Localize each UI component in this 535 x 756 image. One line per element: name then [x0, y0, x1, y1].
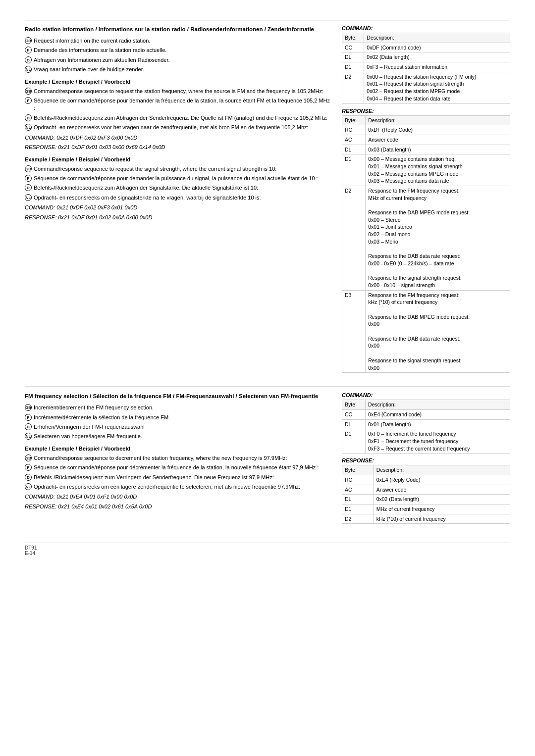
- flag-text: Abfragen von Informationen zum aktuellen…: [34, 56, 170, 64]
- flag-d: D: [25, 423, 32, 430]
- flag-text: Increment/decrement the FM frequency sel…: [34, 404, 154, 411]
- section-title-1: Radio station information / Informations…: [25, 25, 332, 33]
- flags-list-2: GB Increment/decrement the FM frequency …: [25, 404, 332, 441]
- flag-gb: GB: [25, 165, 32, 172]
- table-row: D20x00 – Request the station frequency (…: [342, 72, 510, 103]
- flag-text: Incrémente/décrémente la sélection de la…: [34, 414, 170, 421]
- table-cell: D2: [342, 72, 364, 103]
- table-row: RC0xE4 (Reply Code): [342, 475, 510, 485]
- response-table-1: Byte:Description: RC0xDF (Reply Code) AC…: [342, 115, 510, 373]
- flag-f: F: [25, 414, 32, 421]
- table-cell: 0x00 – Message contains station freq.0x0…: [366, 154, 510, 186]
- flag-item: D Abfragen von Informationen zum aktuell…: [25, 56, 332, 64]
- table-cell: RC: [342, 475, 374, 485]
- flag-item: NL Opdracht- en responsreeks om de signa…: [25, 194, 332, 202]
- flag-text: Selecteren van hogere/lagere FM-frequent…: [34, 433, 142, 440]
- example-flags-1-1: GB Command/response sequence to request …: [25, 88, 332, 132]
- table-cell: RC: [342, 125, 366, 135]
- left-col-2: FM frequency selection / Sélection de la…: [25, 392, 332, 528]
- section-title-2: FM frequency selection / Sélection de la…: [25, 392, 332, 400]
- flag-item: D Befehls-/Rückmeldesequenz zum Abfragen…: [25, 184, 332, 192]
- table-cell: Description:: [374, 465, 510, 475]
- command-line-1: COMMAND: 0x21 0xDF 0x02 0xF3 0x00 0x0D: [25, 134, 332, 142]
- flag-text: Séquence de commande/réponse pour décrém…: [34, 464, 319, 471]
- table-cell: D2: [342, 186, 366, 291]
- table-row: DL0x01 (Data length): [342, 419, 510, 429]
- section-radio-station-info: Radio station information / Informations…: [25, 20, 510, 377]
- table-cell: D2: [342, 514, 374, 524]
- example-title-1-2: Example / Exemple / Beispiel / Voorbeeld: [25, 156, 332, 162]
- table-cell: Description:: [366, 115, 510, 125]
- flag-gb: GB: [25, 404, 32, 411]
- table-cell: D1: [342, 154, 366, 186]
- flag-text: Befehls-/Rückmeldesequenz zum Abfragen d…: [34, 114, 327, 122]
- footer: DT91 E-14: [25, 538, 510, 556]
- table-cell: CC: [342, 43, 364, 52]
- flag-item: GB Increment/decrement the FM frequency …: [25, 404, 332, 411]
- flag-text: Opdracht- en responsreeks om de signaals…: [34, 194, 261, 202]
- flag-f: F: [25, 47, 32, 53]
- flag-item: GB Command/response sequence to decremen…: [25, 454, 332, 462]
- flag-f: F: [25, 97, 32, 104]
- table-cell: 0x02 (Data length): [364, 52, 510, 62]
- table-row: RC0xDF (Reply Code): [342, 125, 510, 135]
- flags-list-1: GB Request information on the current ra…: [25, 37, 332, 74]
- table-row: DL0x02 (Data length): [342, 52, 510, 62]
- left-col-1: Radio station information / Informations…: [25, 25, 332, 377]
- table-cell: 0xF3 – Request station information: [364, 62, 510, 72]
- table-cell: Description:: [366, 400, 510, 410]
- example-flags-2-1: GB Command/response sequence to decremen…: [25, 454, 332, 491]
- table-row: D1MHz of current frequency: [342, 504, 510, 514]
- flag-item: NL Selecteren van hogere/lagere FM-frequ…: [25, 433, 332, 440]
- table-row: Byte:Description:: [342, 400, 510, 410]
- table-cell: 0xF0 – Increment the tuned frequency0xF1…: [366, 429, 510, 454]
- example-flags-1-2: GB Command/response sequence to request …: [25, 165, 332, 202]
- flag-item: F Incrémente/décrémente la sélection de …: [25, 414, 332, 421]
- flag-nl: NL: [25, 124, 32, 131]
- table-cell: MHz of current frequency: [374, 504, 510, 514]
- table-cell: Byte:: [342, 115, 366, 125]
- table-cell: 0x01 (Data length): [366, 419, 510, 429]
- table-cell: kHz (*10) of current frequency: [374, 514, 510, 524]
- flag-text: Demande des informations sur la station …: [34, 47, 166, 54]
- flag-nl: NL: [25, 483, 32, 490]
- flag-gb: GB: [25, 454, 32, 461]
- flag-item: D Befehls-/Rückmeldesequenz zum Abfragen…: [25, 114, 332, 122]
- command-table-label-2: COMMAND:: [342, 392, 510, 398]
- table-row: Byte:Description:: [342, 33, 510, 43]
- table-cell: D1: [342, 62, 364, 72]
- right-col-1: COMMAND: Byte:Description: CC0xDF (Comma…: [342, 25, 510, 377]
- flag-nl: NL: [25, 433, 32, 440]
- flag-item: F Séquence de commande/réponse pour décr…: [25, 464, 332, 471]
- flag-item: F Séquence de commande/réponse pour dema…: [25, 97, 332, 112]
- table-cell: 0x02 (Data length): [374, 495, 510, 504]
- table-cell: Answer code: [374, 485, 510, 495]
- table-cell: DL: [342, 145, 366, 154]
- flag-d: D: [25, 114, 32, 121]
- flag-item: GB Command/response sequence to request …: [25, 88, 332, 95]
- table-cell: D1: [342, 429, 366, 454]
- flag-nl: NL: [25, 194, 32, 201]
- flag-text: Command/response sequence to request the…: [34, 88, 323, 95]
- response-table-label-2: RESPONSE:: [342, 457, 510, 463]
- table-cell: 0x00 – Request the station frequency (FM…: [364, 72, 510, 103]
- table-row: Byte:Description:: [342, 115, 510, 125]
- response-table-label-1: RESPONSE:: [342, 108, 510, 114]
- flag-text: Séquence de commande/réponse pour demand…: [34, 175, 318, 182]
- table-cell: 0xE4 (Reply Code): [374, 475, 510, 485]
- table-cell: DL: [342, 52, 364, 62]
- table-cell: Response to the FM frequency request:MHz…: [366, 186, 510, 291]
- command-line-2: COMMAND: 0x21 0xDF 0x02 0xF3 0x01 0x0D: [25, 203, 332, 212]
- table-row: D3Response to the FM frequency request:k…: [342, 290, 510, 373]
- flag-gb: GB: [25, 88, 32, 95]
- page-content: Radio station information / Informations…: [25, 20, 510, 556]
- response-line-1: RESPONSE: 0x21 0xDF 0x01 0x03 0x00 0x69 …: [25, 143, 332, 151]
- flag-d: D: [25, 184, 32, 191]
- flag-text: Befehls-/Rückmeldesequenz zum Verringern…: [34, 474, 274, 481]
- table-cell: CC: [342, 409, 366, 419]
- table-cell: Byte:: [342, 33, 364, 43]
- table-row: D10xF0 – Increment the tuned frequency0x…: [342, 429, 510, 454]
- table-cell: DL: [342, 419, 366, 429]
- flag-item: D Erhöhen/Verringern der FM-Frequenzausw…: [25, 423, 332, 431]
- table-cell: DL: [342, 495, 374, 504]
